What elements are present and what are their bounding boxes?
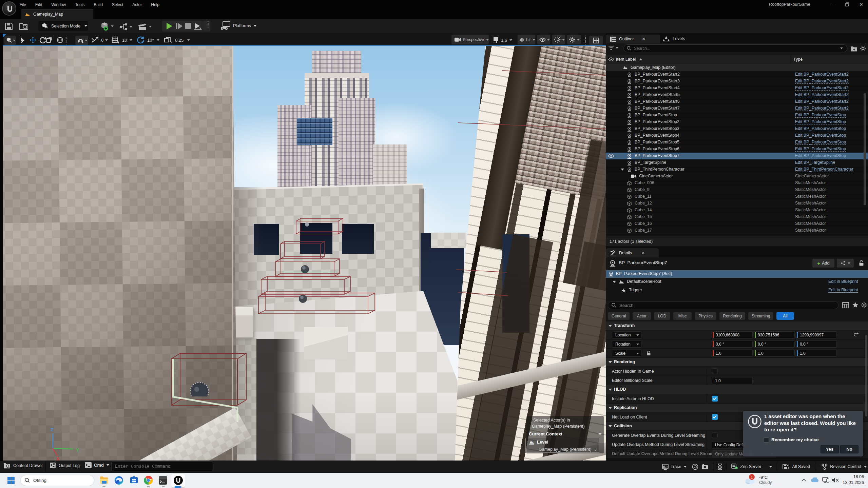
- svg-text:Y: Y: [76, 447, 79, 453]
- svg-text:Z: Z: [51, 427, 54, 432]
- svg-text:X: X: [56, 456, 60, 461]
